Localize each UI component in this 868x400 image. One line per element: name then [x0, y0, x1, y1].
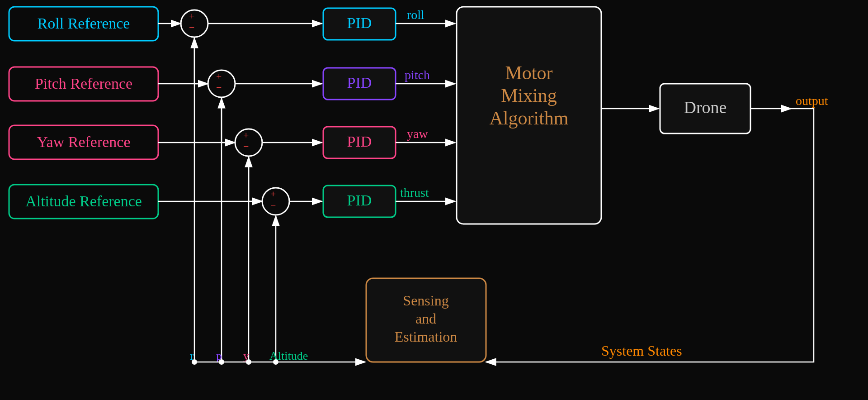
- motor-mixing-label-2: Mixing: [501, 85, 557, 106]
- yaw-reference-label: Yaw Reference: [37, 133, 130, 150]
- svg-text:+: +: [270, 188, 276, 200]
- svg-text:+: +: [243, 129, 249, 141]
- pid-yaw-label: PID: [347, 133, 372, 150]
- yaw-signal-label: yaw: [407, 127, 428, 141]
- thrust-signal-label: thrust: [400, 186, 429, 200]
- svg-text:−: −: [189, 22, 194, 33]
- sensing-label-2: and: [415, 310, 436, 327]
- roll-reference-label: Roll Reference: [38, 15, 130, 32]
- svg-text:−: −: [243, 141, 249, 152]
- svg-text:+: +: [189, 10, 194, 22]
- svg-text:+: +: [216, 71, 222, 82]
- system-states-label: System States: [601, 343, 682, 359]
- pitch-signal-label: pitch: [405, 68, 430, 82]
- pitch-reference-label: Pitch Reference: [35, 75, 132, 92]
- altitude-reference-label: Altitude Reference: [25, 193, 142, 210]
- drone-label: Drone: [684, 98, 727, 117]
- pid-thrust-label: PID: [347, 192, 372, 209]
- pid-pitch-label: PID: [347, 74, 372, 91]
- sensing-label-1: Sensing: [403, 292, 448, 309]
- svg-text:−: −: [216, 82, 222, 93]
- motor-mixing-label-1: Motor: [505, 62, 553, 83]
- pid-roll-label: PID: [347, 14, 372, 31]
- sensing-label-3: Estimation: [395, 329, 458, 345]
- roll-signal-label: roll: [407, 8, 425, 22]
- motor-mixing-label-3: Algorithm: [490, 108, 569, 129]
- output-label: output: [796, 94, 828, 108]
- svg-text:−: −: [270, 200, 276, 211]
